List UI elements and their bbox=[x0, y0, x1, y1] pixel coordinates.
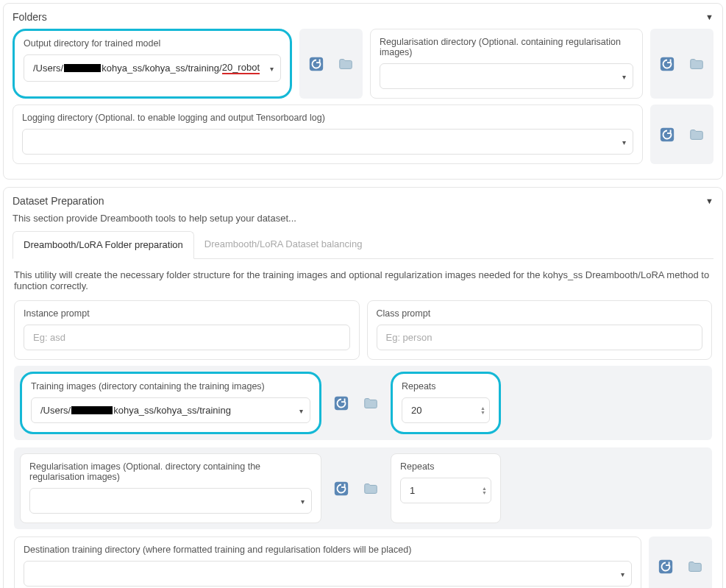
folder-button[interactable] bbox=[683, 554, 708, 579]
redacted-username bbox=[64, 64, 101, 72]
refresh-icon bbox=[658, 559, 674, 575]
training-images-field: Training images (directory containing th… bbox=[20, 372, 321, 434]
reg-repeats-input[interactable] bbox=[400, 478, 491, 503]
folder-icon bbox=[688, 56, 705, 72]
regularisation-directory-field: Regularisation directory (Optional. cont… bbox=[370, 29, 643, 99]
logging-directory-input[interactable] bbox=[22, 129, 633, 155]
tab-folder-preparation[interactable]: Dreambooth/LoRA Folder preparation bbox=[13, 231, 194, 259]
training-repeats-input[interactable] bbox=[402, 397, 490, 423]
folder-button[interactable] bbox=[684, 52, 709, 77]
refresh-icon bbox=[659, 56, 675, 72]
refresh-button[interactable] bbox=[304, 52, 329, 77]
reg-dir-actions bbox=[650, 29, 713, 99]
dataset-tabs: Dreambooth/LoRA Folder preparation Dream… bbox=[13, 231, 713, 259]
destination-directory-label: Destination training directory (where fo… bbox=[24, 545, 632, 555]
class-prompt-field: Class prompt bbox=[367, 300, 713, 360]
stepper-icon[interactable]: ▲▼ bbox=[480, 406, 485, 415]
collapse-caret-icon: ▼ bbox=[705, 196, 713, 205]
training-images-input[interactable]: /Users/kohya_ss/kohya_ss/training bbox=[31, 397, 310, 423]
destination-directory-field: Destination training directory (where fo… bbox=[14, 536, 641, 588]
output-directory-field: Output directory for trained model /User… bbox=[13, 29, 292, 99]
dataset-subtext: This section provide Dreambooth tools to… bbox=[13, 213, 713, 224]
utility-description: This utility will create the necessary f… bbox=[14, 269, 712, 291]
folders-panel: Folders ▼ Output directory for trained m… bbox=[3, 3, 723, 180]
folder-icon bbox=[688, 127, 705, 143]
refresh-icon bbox=[308, 56, 324, 72]
refresh-icon bbox=[333, 481, 349, 497]
reg-images-actions bbox=[329, 453, 383, 523]
regularisation-directory-label: Regularisation directory (Optional. cont… bbox=[380, 37, 633, 57]
folder-icon bbox=[338, 56, 354, 72]
instance-prompt-field: Instance prompt bbox=[14, 300, 360, 360]
folder-icon bbox=[687, 559, 703, 575]
dataset-header[interactable]: Dataset Preparation ▼ bbox=[13, 195, 713, 207]
destination-directory-input[interactable] bbox=[24, 561, 632, 587]
regularisation-images-row: Regularisation images (Optional. directo… bbox=[14, 447, 712, 529]
refresh-button[interactable] bbox=[653, 554, 678, 579]
refresh-icon bbox=[659, 127, 675, 143]
folders-title: Folders bbox=[13, 11, 47, 23]
stepper-icon[interactable]: ▲▼ bbox=[482, 486, 487, 495]
dest-dir-actions bbox=[649, 536, 712, 588]
refresh-button[interactable] bbox=[329, 476, 354, 501]
refresh-button[interactable] bbox=[655, 122, 680, 147]
dataset-title: Dataset Preparation bbox=[13, 195, 104, 207]
training-images-label: Training images (directory containing th… bbox=[31, 381, 310, 392]
logging-directory-label: Logging directory (Optional. to enable l… bbox=[22, 113, 633, 123]
log-dir-actions bbox=[650, 105, 713, 164]
folders-header[interactable]: Folders ▼ bbox=[13, 11, 713, 23]
class-prompt-input[interactable] bbox=[377, 325, 703, 350]
collapse-caret-icon: ▼ bbox=[705, 13, 713, 21]
refresh-button[interactable] bbox=[329, 391, 354, 416]
folder-button[interactable] bbox=[333, 52, 358, 77]
refresh-icon bbox=[333, 395, 349, 411]
tab-dataset-balancing[interactable]: Dreambooth/LoRA Dataset balancing bbox=[194, 231, 373, 258]
refresh-button[interactable] bbox=[655, 52, 680, 77]
dataset-preparation-panel: Dataset Preparation ▼ This section provi… bbox=[3, 187, 723, 588]
folder-icon bbox=[363, 481, 379, 497]
regularisation-images-input[interactable] bbox=[29, 488, 312, 514]
class-prompt-label: Class prompt bbox=[377, 308, 703, 319]
instance-prompt-input[interactable] bbox=[24, 325, 350, 350]
reg-repeats-field: Repeats ▲▼ bbox=[391, 453, 501, 523]
folder-icon bbox=[363, 395, 379, 411]
training-images-row: Training images (directory containing th… bbox=[14, 366, 712, 440]
training-images-actions bbox=[329, 372, 383, 434]
regularisation-directory-input[interactable] bbox=[380, 63, 633, 89]
instance-prompt-label: Instance prompt bbox=[24, 308, 350, 319]
training-repeats-label: Repeats bbox=[402, 381, 490, 392]
output-directory-label: Output directory for trained model bbox=[24, 38, 281, 49]
output-directory-input[interactable]: /Users/kohya_ss/kohya_ss/training/20_rob… bbox=[24, 54, 281, 82]
folder-button[interactable] bbox=[358, 391, 383, 416]
regularisation-images-label: Regularisation images (Optional. directo… bbox=[29, 461, 312, 482]
output-dir-actions bbox=[299, 29, 363, 99]
redacted-username bbox=[71, 406, 113, 414]
folder-button[interactable] bbox=[684, 122, 709, 147]
training-repeats-field: Repeats ▲▼ bbox=[391, 372, 501, 434]
reg-repeats-label: Repeats bbox=[400, 461, 491, 472]
regularisation-images-field: Regularisation images (Optional. directo… bbox=[20, 453, 321, 523]
logging-directory-field: Logging directory (Optional. to enable l… bbox=[13, 105, 643, 164]
folder-button[interactable] bbox=[358, 476, 383, 501]
